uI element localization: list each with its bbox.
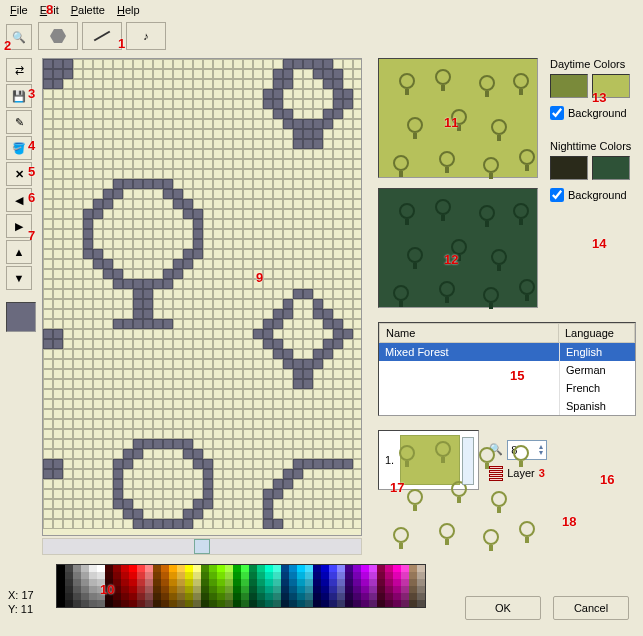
top-toolbar: ♪ [36,20,172,54]
layer-stack-icon [489,466,503,481]
table-row[interactable]: French [379,379,635,397]
table-row[interactable]: Mixed Forest English [379,343,635,361]
main-area: ⇄ 💾 ✎ 🪣 ✕ ◀ ▶ ▲ ▼ Daytime Co [0,54,643,555]
note-tool[interactable]: ♪ [126,22,166,50]
shape-tool[interactable] [38,22,78,50]
night-color-2[interactable] [592,156,630,180]
swap-tool[interactable]: ⇄ [6,58,32,82]
cancel-button[interactable]: Cancel [553,596,629,620]
magnifier-icon: 🔍 [12,31,26,44]
current-color-swatch[interactable] [6,302,36,332]
layer-count: 3 [539,467,545,479]
dialog-buttons: OK Cancel [465,596,629,620]
day-background-check[interactable]: Background [550,106,631,120]
table-row[interactable]: German [379,361,635,379]
daytime-colors-group: Daytime Colors Background [550,58,631,120]
night-background-check[interactable]: Background [550,188,631,202]
triangle-right-icon: ▶ [15,220,23,233]
menu-help[interactable]: Help [111,2,146,18]
daytime-preview [378,58,538,178]
shift-right[interactable]: ▶ [6,214,32,238]
table-header: Name Language [379,323,635,343]
status-coords: X: 17 Y: 11 [8,588,34,616]
night-color-1[interactable] [550,156,588,180]
layer-label: Layer [507,467,535,479]
line-tool[interactable] [82,22,122,50]
layer-mini-preview [400,435,460,485]
left-toolbar: ⇄ 💾 ✎ 🪣 ✕ ◀ ▶ ▲ ▼ [0,54,42,555]
clear-tool[interactable]: ✕ [6,162,32,186]
cell-name [379,361,559,379]
color-palette[interactable] [56,564,426,608]
zoom-tool[interactable]: 🔍 [6,24,32,50]
layer-index: 1. [385,454,394,466]
night-bg-label: Background [568,189,627,201]
canvas-area [42,58,362,555]
header-lang[interactable]: Language [559,323,635,343]
app-window: File Edit Palette Help 🔍 ♪ ⇄ 💾 ✎ 🪣 ✕ ◀ ▶… [0,0,643,636]
triangle-down-icon: ▼ [14,272,25,284]
fill-tool[interactable]: 🪣 [6,136,32,160]
shift-left[interactable]: ◀ [6,188,32,212]
cell-lang: French [559,379,635,397]
cell-name: Mixed Forest [379,343,559,361]
triangle-left-icon: ◀ [15,194,23,207]
floppy-icon: 💾 [12,90,26,103]
cell-lang: Spanish [559,397,635,415]
canvas-scroll-horizontal[interactable] [42,538,362,555]
nighttime-colors-group: Nighttime Colors Background [550,140,631,202]
layer-info: Layer 3 [489,466,547,481]
day-color-1[interactable] [550,74,588,98]
triangle-up-icon: ▲ [14,246,25,258]
shift-down[interactable]: ▼ [6,266,32,290]
cell-lang: German [559,361,635,379]
day-bg-label: Background [568,107,627,119]
menu-bar: File Edit Palette Help [0,0,643,20]
hexagon-icon [50,29,66,43]
cell-name [379,397,559,415]
day-bg-checkbox[interactable] [550,106,564,120]
night-bg-checkbox[interactable] [550,188,564,202]
layer-scroll[interactable] [462,437,474,485]
menu-file[interactable]: File [4,2,34,18]
swap-icon: ⇄ [15,64,24,77]
cell-name [379,379,559,397]
header-name[interactable]: Name [379,323,559,343]
line-icon [94,31,111,42]
right-panel: Daytime Colors Background Nighttime Colo… [370,54,643,555]
day-color-2[interactable] [592,74,630,98]
menu-palette[interactable]: Palette [65,2,111,18]
cell-lang: English [559,343,635,361]
shift-up[interactable]: ▲ [6,240,32,264]
name-language-table[interactable]: Name Language Mixed Forest English Germa… [378,322,636,416]
music-note-icon: ♪ [143,30,149,42]
spin-arrows-icon[interactable]: ▴▾ [539,444,543,456]
nighttime-colors-label: Nighttime Colors [550,140,631,152]
layer-thumbnail[interactable]: 1. [378,430,479,490]
daytime-colors-label: Daytime Colors [550,58,631,70]
pixel-canvas[interactable] [42,58,362,536]
menu-edit[interactable]: Edit [34,2,65,18]
table-row[interactable]: Spanish [379,397,635,415]
ok-button[interactable]: OK [465,596,541,620]
pencil-icon: ✎ [15,116,24,129]
x-icon: ✕ [15,168,24,181]
bucket-icon: 🪣 [12,142,26,155]
nighttime-preview [378,188,538,308]
pencil-tool[interactable]: ✎ [6,110,32,134]
save-tool[interactable]: 💾 [6,84,32,108]
